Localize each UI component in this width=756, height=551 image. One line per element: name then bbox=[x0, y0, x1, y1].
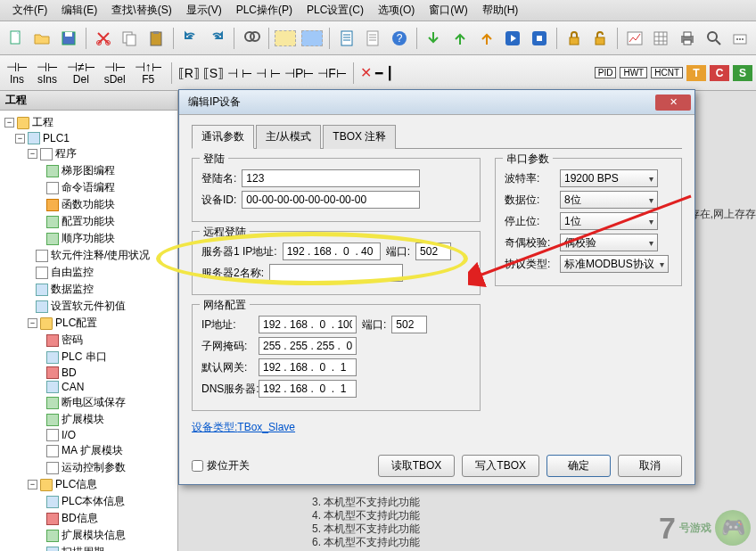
unlock-button[interactable] bbox=[588, 26, 612, 51]
stopbits-select[interactable]: 1位 bbox=[560, 212, 658, 230]
copy-button[interactable] bbox=[117, 26, 142, 51]
project-tree[interactable]: −工程 −PLC1 −程序 梯形图编程 命令语编程 函数功能块 配置功能块 顺序… bbox=[0, 111, 177, 551]
tb2-f5[interactable]: ⊣↑⊢F5 bbox=[132, 61, 165, 86]
svg-rect-21 bbox=[654, 32, 667, 45]
tab-master-slave[interactable]: 主/从模式 bbox=[256, 125, 321, 149]
mode2-button[interactable] bbox=[300, 26, 325, 51]
tb2-sym-s[interactable]: ⟦S⟧ bbox=[203, 66, 224, 80]
up-arrow-button[interactable] bbox=[448, 26, 472, 51]
dialog-tabs: 通讯参数 主/从模式 TBOX 注释 bbox=[192, 124, 682, 149]
device-id-input[interactable] bbox=[242, 191, 420, 209]
network-fieldset: 网络配置 IP地址:端口: 子网掩码: 默认网关: DNS服务器: bbox=[192, 304, 481, 411]
menu-options[interactable]: 选项(O) bbox=[371, 0, 422, 21]
net-port-input[interactable] bbox=[391, 316, 427, 333]
new-button[interactable] bbox=[4, 26, 29, 51]
badge-hcnt[interactable]: HCNT bbox=[651, 67, 683, 78]
menu-file[interactable]: 文件(F) bbox=[5, 0, 54, 21]
zoom-button[interactable] bbox=[702, 26, 727, 51]
server1-port-input[interactable] bbox=[415, 243, 451, 260]
undo-button[interactable] bbox=[178, 26, 203, 51]
svg-rect-19 bbox=[596, 37, 604, 45]
svg-rect-12 bbox=[367, 31, 378, 45]
tb2-ins[interactable]: ⊣⊢Ins bbox=[4, 61, 30, 86]
read-tbox-button[interactable]: 读取TBOX bbox=[378, 455, 456, 477]
svg-rect-18 bbox=[570, 37, 579, 45]
login-name-input[interactable] bbox=[242, 169, 420, 187]
project-tree-panel: 工程 −工程 −PLC1 −程序 梯形图编程 命令语编程 函数功能块 配置功能块… bbox=[0, 91, 178, 551]
menu-help[interactable]: 帮助(H) bbox=[475, 0, 526, 21]
dip-switch-checkbox[interactable]: 拨位开关 bbox=[192, 458, 250, 473]
menu-view[interactable]: 显示(V) bbox=[179, 0, 229, 21]
tb2-sym-3[interactable]: ⊣ ⊢ bbox=[227, 66, 252, 80]
server1-ip-input[interactable] bbox=[283, 243, 381, 260]
dialog-close-button[interactable]: ✕ bbox=[655, 95, 691, 111]
menu-find[interactable]: 查找\替换(S) bbox=[104, 0, 178, 21]
ladder-toolbar: ⊣⊢Ins ⊣⊢sIns ⊣≠⊢Del ⊣⊢sDel ⊣↑⊢F5 ⟦R⟧ ⟦S⟧… bbox=[0, 55, 756, 91]
ok-button[interactable]: 确定 bbox=[546, 455, 611, 477]
play-button[interactable] bbox=[501, 26, 526, 51]
write-tbox-button[interactable]: 写入TBOX bbox=[462, 455, 539, 477]
svg-rect-6 bbox=[127, 35, 136, 45]
badge-t[interactable]: T bbox=[686, 65, 706, 81]
svg-rect-8 bbox=[153, 31, 159, 34]
lock-button[interactable] bbox=[562, 26, 587, 51]
svg-rect-11 bbox=[341, 31, 352, 45]
open-button[interactable] bbox=[30, 26, 55, 51]
down-arrow-button[interactable] bbox=[422, 26, 447, 51]
misc-button[interactable] bbox=[728, 26, 753, 51]
svg-rect-17 bbox=[537, 36, 542, 41]
doc2-button[interactable] bbox=[360, 26, 385, 51]
cancel-button[interactable]: 取消 bbox=[618, 455, 682, 477]
find-button[interactable] bbox=[239, 26, 264, 51]
chart-button[interactable] bbox=[622, 26, 647, 51]
menu-bar: 文件(F) 编辑(E) 查找\替换(S) 显示(V) PLC操作(P) PLC设… bbox=[0, 0, 756, 21]
badge-c[interactable]: C bbox=[710, 65, 729, 81]
svg-point-25 bbox=[708, 32, 717, 41]
line-h-icon[interactable]: ━ bbox=[375, 66, 382, 80]
badge-pid[interactable]: PID bbox=[595, 67, 617, 78]
menu-window[interactable]: 窗口(W) bbox=[422, 0, 474, 21]
save-button[interactable] bbox=[56, 26, 81, 51]
dialog-title: 编辑IP设备 bbox=[188, 95, 241, 110]
paste-button[interactable] bbox=[144, 26, 168, 51]
badge-s[interactable]: S bbox=[733, 65, 752, 81]
svg-rect-23 bbox=[684, 32, 691, 37]
tb2-del[interactable]: ⊣≠⊢Del bbox=[64, 61, 98, 86]
badge-hwt[interactable]: HWT bbox=[620, 67, 647, 78]
help-button[interactable]: ? bbox=[387, 26, 412, 51]
cut-button[interactable] bbox=[91, 26, 116, 51]
baud-select[interactable]: 19200 BPS bbox=[560, 169, 658, 187]
tb2-sym-f[interactable]: ⊣F⊢ bbox=[317, 66, 347, 80]
grid-button[interactable] bbox=[649, 26, 674, 51]
doc1-button[interactable] bbox=[334, 26, 359, 51]
tab-tbox-comment[interactable]: TBOX 注释 bbox=[323, 125, 396, 149]
mask-input[interactable] bbox=[259, 337, 357, 355]
tb2-sym-4[interactable]: ⊣ ⊢ bbox=[256, 66, 281, 80]
tb2-sym-p[interactable]: ⊣P⊢ bbox=[284, 66, 314, 80]
device-type-link[interactable]: 设备类型:TBox_Slave bbox=[192, 420, 295, 435]
tb2-sym-r[interactable]: ⟦R⟧ bbox=[178, 66, 200, 80]
tab-comm[interactable]: 通讯参数 bbox=[192, 125, 254, 149]
redo-button[interactable] bbox=[204, 26, 229, 51]
databits-select[interactable]: 8位 bbox=[560, 191, 658, 209]
menu-plc-op[interactable]: PLC操作(P) bbox=[229, 0, 300, 21]
svg-rect-7 bbox=[151, 32, 161, 45]
tb2-sdel[interactable]: ⊣⊢sDel bbox=[102, 61, 128, 86]
menu-plc-cfg[interactable]: PLC设置(C) bbox=[300, 0, 371, 21]
ip-input[interactable] bbox=[259, 316, 357, 333]
up2-button[interactable] bbox=[474, 26, 499, 51]
menu-edit[interactable]: 编辑(E) bbox=[54, 0, 104, 21]
watermark: 7 号游戏 🎮 bbox=[659, 510, 751, 546]
mode1-button[interactable] bbox=[274, 26, 299, 51]
parity-select[interactable]: 偶校验 bbox=[560, 234, 658, 251]
main-toolbar: ? bbox=[0, 21, 756, 55]
printer-button[interactable] bbox=[675, 26, 700, 51]
protocol-select[interactable]: 标准MODBUS协议 bbox=[560, 255, 669, 273]
line-v-icon[interactable]: ┃ bbox=[386, 66, 393, 80]
gateway-input[interactable] bbox=[259, 358, 357, 376]
tb2-sins[interactable]: ⊣⊢sIns bbox=[34, 61, 61, 86]
x-icon[interactable]: ✕ bbox=[360, 64, 372, 81]
server2-name-input[interactable] bbox=[269, 264, 403, 282]
stop-button[interactable] bbox=[527, 26, 552, 51]
dns-input[interactable] bbox=[259, 380, 357, 398]
